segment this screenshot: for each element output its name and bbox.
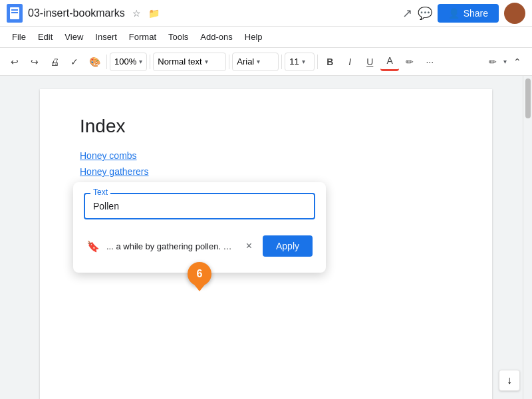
document-area: Index Honey combs Honey gatherers Pollen… [0,76,532,399]
star-icon[interactable]: ☆ [130,7,144,20]
zoom-caret: ▾ [139,58,142,65]
link-dialog: Text 🔖 ... a while by gathering pollen. … [73,182,326,273]
arrow-down-icon: ↓ [507,374,512,386]
step-badge: 6 [188,262,211,286]
paint-format-button[interactable]: 🎨 [85,53,104,71]
zoom-value: 100% [114,57,136,66]
toolbar-divider-4 [281,55,282,69]
link-honey-combs[interactable]: Honey combs [80,150,452,161]
underline-button[interactable]: U [360,53,379,71]
document-page: Index Honey combs Honey gatherers Pollen… [40,89,492,399]
font-dropdown[interactable]: Arial ▾ [232,53,279,71]
clear-button[interactable]: × [242,239,256,253]
toolbar-divider-5 [317,55,318,69]
menu-bar: File Edit View Insert Format Tools Add-o… [0,27,532,48]
bottom-right-action-button[interactable]: ↓ [499,370,520,391]
document-heading: Index [80,116,452,137]
link-text-input[interactable] [84,193,315,219]
toolbar: ↩ ↪ 🖨 ✓ 🎨 100% ▾ Normal text ▾ Arial ▾ 1… [0,48,532,76]
header-right: ↗ 💬 👤 Share [402,3,525,24]
title-icons: ☆ 📁 [130,7,161,20]
print-button[interactable]: 🖨 [45,53,64,71]
menu-format[interactable]: Format [124,29,162,45]
menu-tools[interactable]: Tools [163,29,194,45]
style-dropdown[interactable]: Normal text ▾ [153,53,226,71]
menu-edit[interactable]: Edit [33,29,58,45]
font-caret: ▾ [257,58,260,65]
folder-icon[interactable]: 📁 [148,7,161,20]
user-avatar[interactable] [504,3,525,24]
title-bar: 03-insert-bookmarks ☆ 📁 ↗ 💬 👤 Share [0,0,532,27]
menu-view[interactable]: View [59,29,88,45]
share-label: Share [464,8,488,19]
scrollbar-thumb[interactable] [525,78,531,118]
toolbar-divider-1 [106,55,107,69]
step-number: 6 [197,268,203,280]
zoom-dropdown[interactable]: 100% ▾ [110,53,147,71]
menu-file[interactable]: File [7,29,31,45]
share-person-icon: 👤 [448,8,460,19]
toolbar-divider-3 [229,55,229,69]
text-field-label: Text [90,188,110,197]
font-color-button[interactable]: A [380,53,399,71]
search-result-text[interactable]: ... a while by gathering pollen. Po... [106,241,235,251]
trend-icon[interactable]: ↗ [402,6,412,21]
collapse-button[interactable]: ⌃ [508,53,527,71]
document-title: 03-insert-bookmarks [28,7,125,19]
italic-button[interactable]: I [340,53,359,71]
spellcheck-button[interactable]: ✓ [65,53,84,71]
toolbar-divider-2 [150,55,150,69]
scrollbar[interactable] [523,76,532,399]
text-field-wrapper: Text [84,193,315,219]
menu-insert[interactable]: Insert [90,29,122,45]
undo-button[interactable]: ↩ [5,53,24,71]
style-value: Normal text [158,57,201,66]
redo-button[interactable]: ↪ [25,53,44,71]
size-dropdown[interactable]: 11 ▾ [285,53,315,71]
style-caret: ▾ [205,58,208,65]
comment-icon[interactable]: 💬 [418,6,432,21]
editing-caret: ▾ [503,58,507,65]
bookmark-icon: 🔖 [86,240,100,253]
font-value: Arial [237,57,254,66]
size-caret: ▾ [302,58,305,65]
doc-icon [7,4,23,23]
search-result-row: 🔖 ... a while by gathering pollen. Po...… [84,230,315,262]
highlight-button[interactable]: ✏ [400,53,419,71]
size-value: 11 [289,57,299,66]
bold-button[interactable]: B [321,53,339,71]
share-button[interactable]: 👤 Share [438,4,499,23]
menu-help[interactable]: Help [239,29,268,45]
menu-addons[interactable]: Add-ons [195,29,237,45]
more-button[interactable]: ··· [420,53,439,71]
link-honey-gatherers[interactable]: Honey gatherers [80,166,452,177]
editing-mode-button[interactable]: ✏ [483,53,502,71]
apply-button[interactable]: Apply [263,235,313,257]
